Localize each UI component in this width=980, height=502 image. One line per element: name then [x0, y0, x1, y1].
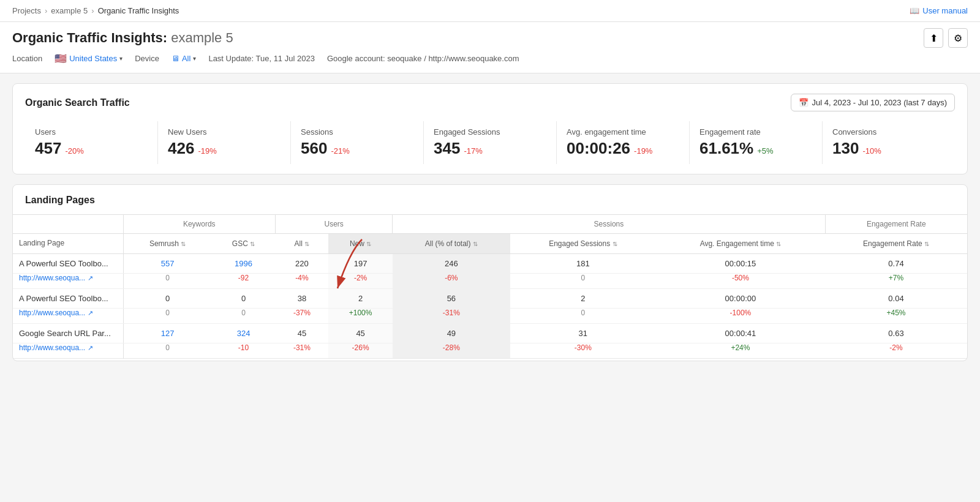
table-row-sub: http://www.seoqua... ↗ 0 0 -37% +100% -3…	[13, 309, 967, 324]
metric-item: Engaged Sessions 345 -17%	[424, 121, 557, 164]
breadcrumb-sep1: ›	[45, 6, 47, 15]
td-semrush-val: 127	[123, 324, 212, 343]
metric-item: Avg. engagement time 00:00:26 -19%	[557, 121, 690, 164]
settings-button[interactable]: ⚙	[948, 28, 968, 48]
header-meta: Location 🇺🇸 United States ▾ Device 🖥 All…	[12, 53, 968, 64]
td-semrush-sub: 0	[123, 309, 212, 324]
breadcrumb-project[interactable]: example 5	[51, 6, 88, 15]
page-url-link[interactable]: http://www.seoqua...	[19, 309, 85, 317]
metric-value: 130	[832, 139, 859, 158]
location-value: United States	[69, 54, 117, 63]
td-page-name: Google Search URL Par...	[13, 324, 123, 343]
table-wrapper: Keywords Users Sessions Engagement Rate …	[13, 215, 967, 361]
breadcrumb-projects[interactable]: Projects	[12, 6, 41, 15]
metric-value: 457	[35, 139, 61, 158]
td-page-name: A Powerful SEO Toolbo...	[13, 254, 123, 274]
td-gsc-sub: -92	[212, 274, 276, 289]
td-users-new-sub: -2%	[328, 274, 392, 289]
td-avg-time-val: 00:00:15	[656, 254, 825, 274]
td-engaged-val: 181	[510, 254, 656, 274]
td-users-new-val: 45	[328, 324, 392, 343]
metric-label: Conversions	[832, 127, 945, 137]
date-range-label: Jul 4, 2023 - Jul 10, 2023 (last 7 days)	[812, 98, 947, 107]
td-page-url: http://www.seoqua... ↗	[13, 309, 123, 324]
device-icon: 🖥	[172, 54, 179, 63]
metric-change: -20%	[65, 146, 83, 155]
col-header-gsc: GSC ⇅	[212, 234, 276, 254]
sessions-all-filter-icon[interactable]: ⇅	[473, 241, 478, 247]
td-semrush-val: 557	[123, 254, 212, 274]
col-header-users-new: New ⇅	[328, 234, 392, 254]
td-sessions-all-val: 56	[393, 289, 510, 309]
metric-value-row: 00:00:26 -19%	[567, 139, 679, 158]
project-name: example 5	[171, 30, 233, 45]
metric-value: 345	[434, 139, 460, 158]
engaged-filter-icon[interactable]: ⇅	[612, 241, 617, 247]
device-label: Device	[135, 54, 159, 63]
top-bar: Projects › example 5 › Organic Traffic I…	[0, 0, 980, 22]
td-page-name: A Powerful SEO Toolbo...	[13, 289, 123, 309]
metric-value-row: 345 -17%	[434, 139, 546, 158]
external-link-icon: ↗	[88, 344, 93, 352]
col-group-users: Users	[275, 215, 392, 234]
device-dropdown[interactable]: 🖥 All ▾	[172, 54, 196, 63]
breadcrumb: Projects › example 5 › Organic Traffic I…	[12, 6, 179, 15]
location-chevron-icon: ▾	[119, 55, 123, 62]
td-engaged-sub: 0	[510, 309, 656, 324]
book-icon: 📖	[910, 6, 919, 15]
td-eng-rate-sub: +45%	[825, 309, 967, 324]
landing-pages-header: Landing Pages	[13, 185, 967, 215]
users-all-filter-icon[interactable]: ⇅	[304, 241, 309, 247]
date-range-picker[interactable]: 📅 Jul 4, 2023 - Jul 10, 2023 (last 7 day…	[791, 94, 955, 111]
metric-label: Users	[35, 127, 148, 137]
metric-value: 560	[301, 139, 327, 158]
location-dropdown[interactable]: 🇺🇸 United States ▾	[55, 53, 123, 64]
page-url-link[interactable]: http://www.seoqua...	[19, 274, 85, 282]
table-row: A Powerful SEO Toolbo... 0 0 38 2 56 2 0…	[13, 289, 967, 309]
users-new-filter-icon[interactable]: ⇅	[366, 241, 371, 247]
td-eng-rate-sub: +7%	[825, 274, 967, 289]
us-flag-icon: 🇺🇸	[55, 53, 67, 64]
td-users-new-val: 2	[328, 289, 392, 309]
semrush-filter-icon[interactable]: ⇅	[181, 241, 186, 247]
location-label: Location	[12, 54, 42, 63]
td-gsc-val: 324	[212, 324, 276, 343]
td-avg-time-sub: -50%	[656, 274, 825, 289]
landing-pages-card: Landing Pages Keywor	[12, 184, 968, 361]
avg-time-filter-icon[interactable]: ⇅	[776, 241, 781, 247]
td-engaged-val: 31	[510, 324, 656, 343]
table-body: A Powerful SEO Toolbo... 557 1996 220 19…	[13, 254, 967, 359]
col-group-row: Keywords Users Sessions Engagement Rate	[13, 215, 967, 234]
main-content: Organic Search Traffic 📅 Jul 4, 2023 - J…	[0, 73, 980, 371]
landing-pages-table: Keywords Users Sessions Engagement Rate …	[13, 215, 967, 359]
table-row-sub: http://www.seoqua... ↗ 0 -10 -31% -26% -…	[13, 343, 967, 359]
user-manual-link[interactable]: 📖 User manual	[910, 6, 968, 15]
metric-change: -21%	[331, 146, 349, 155]
page-url-link[interactable]: http://www.seoqua...	[19, 343, 85, 352]
col-group-landing-page	[13, 215, 123, 234]
td-avg-time-sub: -100%	[656, 309, 825, 324]
metric-value-row: 426 -19%	[168, 139, 281, 158]
last-update: Last Update: Tue, 11 Jul 2023	[208, 54, 314, 63]
metric-change: -10%	[862, 146, 881, 155]
metric-item: Engagement rate 61.61% +5%	[690, 121, 823, 164]
col-header-engaged: Engaged Sessions ⇅	[510, 234, 656, 254]
organic-traffic-card: Organic Search Traffic 📅 Jul 4, 2023 - J…	[12, 83, 968, 174]
td-avg-time-val: 00:00:41	[656, 324, 825, 343]
metric-value-row: 560 -21%	[301, 139, 413, 158]
td-semrush-val: 0	[123, 289, 212, 309]
td-users-all-val: 220	[275, 254, 328, 274]
eng-rate-filter-icon[interactable]: ⇅	[924, 241, 929, 247]
col-group-engagement-rate: Engagement Rate	[825, 215, 967, 234]
gsc-filter-icon[interactable]: ⇅	[250, 241, 255, 247]
metric-item: Conversions 130 -10%	[823, 121, 955, 164]
metric-item: Sessions 560 -21%	[291, 121, 424, 164]
td-engaged-sub: 0	[510, 274, 656, 289]
td-semrush-sub: 0	[123, 274, 212, 289]
col-group-sessions: Sessions	[393, 215, 825, 234]
metric-value: 426	[168, 139, 194, 158]
export-button[interactable]: ⬆	[924, 28, 943, 48]
td-engaged-sub: -30%	[510, 343, 656, 359]
td-engaged-val: 2	[510, 289, 656, 309]
col-header-eng-rate: Engagement Rate ⇅	[825, 234, 967, 254]
